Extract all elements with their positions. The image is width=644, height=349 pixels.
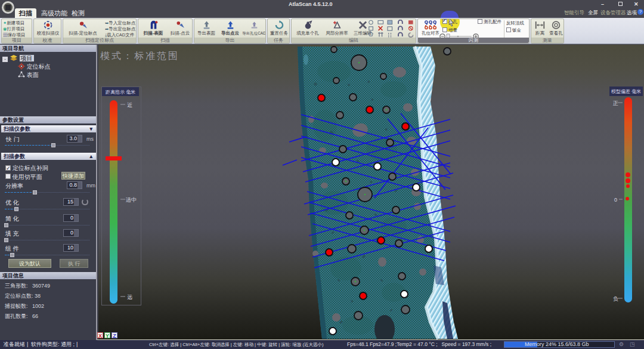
svg-text:适中: 适中 bbox=[126, 197, 137, 203]
svg-text:模型偏差 毫米: 模型偏差 毫米 bbox=[611, 88, 641, 94]
svg-text:近: 近 bbox=[127, 102, 132, 108]
svg-text:正: 正 bbox=[612, 100, 618, 106]
svg-text:距离指示 毫米: 距离指示 毫米 bbox=[106, 89, 135, 95]
svg-text:远: 远 bbox=[127, 294, 132, 300]
svg-text:负: 负 bbox=[613, 296, 618, 302]
svg-text:0: 0 bbox=[614, 197, 617, 203]
